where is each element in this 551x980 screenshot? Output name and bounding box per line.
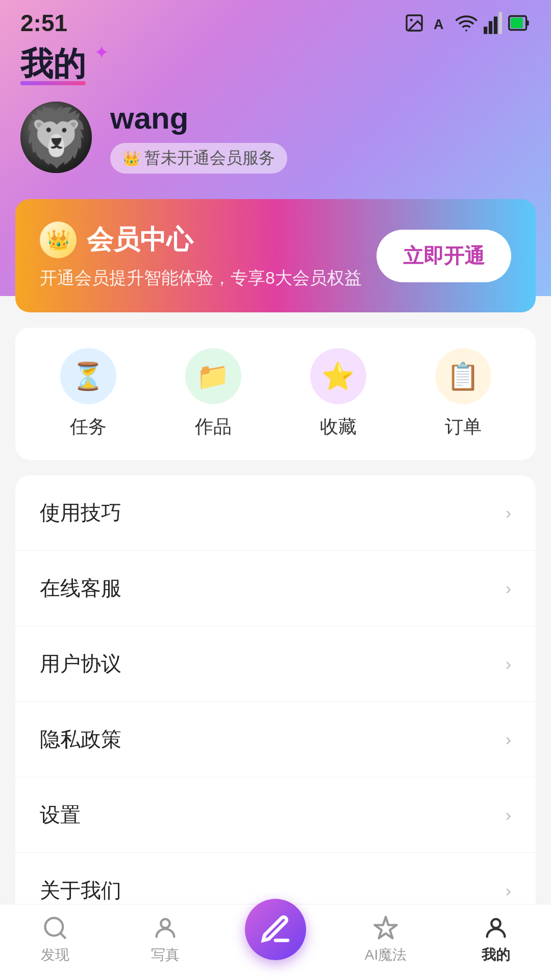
- vip-crown-icon: 👑: [40, 222, 77, 258]
- menu-card: 使用技巧 › 在线客服 › 用户协议 › 隐私政策 › 设置 › 关于我们 ›: [15, 475, 536, 928]
- status-icons: A: [404, 12, 531, 34]
- menu-item-agreement[interactable]: 用户协议 ›: [15, 626, 536, 702]
- menu-support-label: 在线客服: [40, 574, 121, 602]
- collect-icon-wrap: ⭐: [310, 348, 366, 404]
- svg-rect-6: [499, 12, 502, 34]
- nav-mine-label: 我的: [482, 945, 510, 965]
- mine-icon: [483, 915, 509, 941]
- nav-mine[interactable]: 我的: [441, 915, 551, 965]
- nav-write[interactable]: 写真: [110, 915, 220, 965]
- works-icon-wrap: 📁: [185, 348, 241, 404]
- order-icon-wrap: 📋: [435, 348, 491, 404]
- photo-icon: [404, 13, 424, 33]
- username: wang: [110, 101, 287, 136]
- svg-rect-5: [494, 16, 497, 34]
- sparkle-icon: ✦: [94, 42, 109, 63]
- menu-item-privacy[interactable]: 隐私政策 ›: [15, 702, 536, 777]
- task-label: 任务: [70, 414, 107, 439]
- works-label: 作品: [195, 414, 232, 439]
- main-content: 👑 会员中心 开通会员提升智能体验，专享8大会员权益 立即开通 ⏳ 任务 📁 作…: [0, 199, 551, 980]
- nav-discover[interactable]: 发现: [0, 915, 110, 965]
- svg-rect-9: [511, 18, 523, 28]
- profile-row: wang 👑 暂未开通会员服务: [20, 101, 531, 174]
- page-header: 我的 ✦ wang 👑 暂未开通会员服务: [0, 42, 551, 174]
- status-time: 2:51: [20, 9, 67, 37]
- chevron-right-icon: ›: [506, 805, 511, 825]
- crown-icon-small: 👑: [122, 150, 140, 167]
- vip-card-left: 👑 会员中心 开通会员提升智能体验，专享8大会员权益: [40, 222, 362, 290]
- menu-item-settings[interactable]: 设置 ›: [15, 777, 536, 853]
- chevron-right-icon: ›: [506, 503, 511, 523]
- collect-icon: ⭐: [321, 361, 355, 392]
- signal-icon: [484, 12, 502, 34]
- task-icon-wrap: ⏳: [60, 348, 116, 404]
- svg-text:A: A: [434, 17, 444, 32]
- svg-rect-4: [489, 21, 492, 34]
- membership-label: 暂未开通会员服务: [144, 147, 275, 169]
- action-order[interactable]: 📋 订单: [400, 348, 525, 439]
- menu-settings-label: 设置: [40, 801, 81, 829]
- nav-ai[interactable]: AI魔法: [331, 915, 441, 965]
- chevron-right-icon: ›: [506, 654, 511, 674]
- task-icon: ⏳: [71, 361, 105, 392]
- menu-item-support[interactable]: 在线客服 ›: [15, 551, 536, 626]
- nav-discover-label: 发现: [41, 945, 69, 965]
- membership-badge[interactable]: 👑 暂未开通会员服务: [110, 143, 287, 174]
- nav-write-label: 写真: [151, 945, 180, 965]
- action-collect[interactable]: ⭐ 收藏: [276, 348, 400, 439]
- menu-tips-label: 使用技巧: [40, 499, 121, 527]
- vip-title: 会员中心: [87, 222, 193, 258]
- menu-privacy-label: 隐私政策: [40, 725, 121, 753]
- discover-icon: [42, 915, 68, 941]
- bottom-navigation: 发现 写真 AI魔法 我的: [0, 904, 551, 980]
- menu-about-label: 关于我们: [40, 876, 121, 904]
- font-icon: A: [431, 14, 449, 32]
- order-label: 订单: [445, 414, 482, 439]
- status-bar: 2:51 A: [0, 0, 551, 42]
- svg-rect-8: [527, 20, 529, 26]
- menu-agreement-label: 用户协议: [40, 650, 121, 678]
- ai-magic-icon: [372, 915, 399, 941]
- works-icon: 📁: [196, 361, 230, 392]
- svg-point-1: [410, 19, 413, 21]
- svg-rect-3: [484, 27, 487, 34]
- write-icon: [152, 915, 179, 941]
- avatar[interactable]: [20, 102, 92, 173]
- vip-title-row: 👑 会员中心: [40, 222, 362, 258]
- collect-label: 收藏: [320, 414, 357, 439]
- action-task[interactable]: ⏳ 任务: [26, 348, 151, 439]
- page-title: 我的: [20, 42, 86, 85]
- action-works[interactable]: 📁 作品: [151, 348, 276, 439]
- menu-item-tips[interactable]: 使用技巧 ›: [15, 475, 536, 551]
- svg-point-11: [161, 919, 169, 928]
- vip-activate-button[interactable]: 立即开通: [377, 230, 511, 282]
- vip-card[interactable]: 👑 会员中心 开通会员提升智能体验，专享8大会员权益 立即开通: [15, 199, 536, 312]
- chevron-right-icon: ›: [506, 880, 511, 900]
- nav-ai-label: AI魔法: [365, 945, 407, 965]
- battery-icon: [508, 12, 531, 34]
- svg-point-12: [491, 919, 500, 928]
- chevron-right-icon: ›: [506, 578, 511, 598]
- order-icon: 📋: [446, 361, 480, 392]
- nav-center[interactable]: [220, 919, 331, 960]
- vip-description: 开通会员提升智能体验，专享8大会员权益: [40, 266, 362, 290]
- chevron-right-icon: ›: [506, 729, 511, 749]
- profile-info: wang 👑 暂未开通会员服务: [110, 101, 287, 174]
- quick-actions-card: ⏳ 任务 📁 作品 ⭐ 收藏 📋 订单: [15, 328, 536, 460]
- avatar-image: [20, 102, 92, 173]
- page-title-row: 我的 ✦: [20, 42, 531, 85]
- nav-center-button[interactable]: [245, 899, 306, 960]
- wifi-icon: [455, 12, 478, 34]
- center-icon: [259, 913, 292, 946]
